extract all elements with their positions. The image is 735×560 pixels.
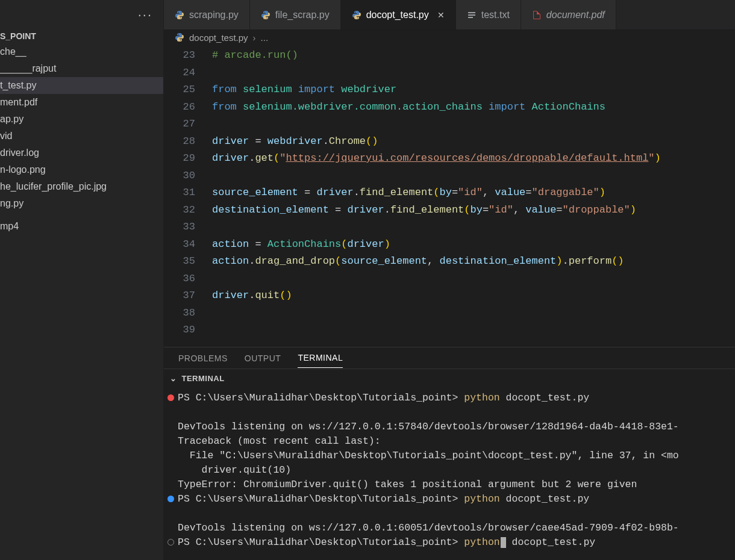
code-line[interactable]: from selenium import webdriver (212, 81, 735, 99)
terminal-output[interactable]: PS C:\Users\Muralidhar\Desktop\Tutorials… (164, 387, 735, 560)
pdf-file-icon (532, 10, 542, 20)
code-line[interactable]: destination_element = driver.find_elemen… (212, 202, 735, 219)
code-line[interactable]: action.drag_and_drop(source_element, des… (212, 253, 735, 270)
code-line[interactable]: driver.get("https://jqueryui.com/resourc… (212, 150, 735, 167)
line-number: 29 (164, 150, 195, 167)
tab-label: test.txt (481, 10, 510, 20)
editor-tab[interactable]: document.pdf (521, 0, 616, 30)
status-dot-icon (167, 539, 174, 546)
sidebar-top: ··· (0, 0, 163, 30)
app-root: ··· S_POINT che________rajputt_test.pyme… (0, 0, 735, 560)
panel-tab-problems[interactable]: PROBLEMS (178, 349, 228, 368)
explorer-project-header[interactable]: S_POINT (0, 30, 163, 43)
file-list: che________rajputt_test.pyment.pdfap.pyv… (0, 43, 163, 235)
terminal-section-header[interactable]: ⌄ TERMINAL (164, 369, 735, 387)
line-number: 39 (164, 322, 195, 339)
line-number: 32 (164, 202, 195, 219)
line-number: 23 (164, 47, 195, 64)
python-file-icon (175, 33, 184, 42)
terminal-line: DevTools listening on ws://127.0.0.1:600… (167, 521, 735, 535)
sidebar-item[interactable]: he_lucifer_profile_pic.jpg (0, 178, 163, 195)
line-number: 24 (164, 64, 195, 82)
py-file-icon (261, 10, 271, 20)
txt-file-icon (467, 10, 477, 20)
line-number: 30 (164, 167, 195, 185)
sidebar-item[interactable]: ng.py (0, 195, 163, 212)
terminal-line: PS C:\Users\Muralidhar\Desktop\Tutorials… (167, 492, 735, 506)
editor-tab[interactable]: file_scrap.py (250, 0, 341, 30)
tab-label: docopt_test.py (366, 10, 429, 20)
code-line[interactable] (212, 116, 735, 133)
close-icon[interactable]: ✕ (437, 10, 445, 20)
terminal-line: TypeError: ChromiumDriver.quit() takes 1… (167, 478, 735, 492)
code-line[interactable] (212, 64, 735, 82)
line-number: 36 (164, 270, 195, 288)
editor-tab[interactable]: test.txt (456, 0, 521, 30)
line-number: 28 (164, 133, 195, 151)
line-number: 33 (164, 219, 195, 236)
code-content[interactable]: # arcade.run()from selenium import webdr… (212, 45, 735, 347)
main-area: scraping.pyfile_scrap.pydocopt_test.py✕t… (164, 0, 735, 560)
line-number: 34 (164, 236, 195, 254)
line-number: 25 (164, 81, 195, 99)
code-line[interactable]: action = ActionChains(driver) (212, 236, 735, 254)
code-line[interactable] (212, 305, 735, 322)
tab-label: file_scrap.py (275, 10, 330, 20)
code-line[interactable] (212, 219, 735, 236)
line-number: 31 (164, 184, 195, 202)
sidebar-item[interactable]: ap.py (0, 111, 163, 128)
sidebar-item[interactable] (0, 212, 163, 218)
explorer-sidebar: ··· S_POINT che________rajputt_test.pyme… (0, 0, 164, 560)
breadcrumb-file[interactable]: docopt_test.py (189, 33, 248, 43)
line-number: 35 (164, 253, 195, 270)
code-editor[interactable]: 2324252627282930313233343536373839 # arc… (164, 45, 735, 347)
line-number: 38 (164, 305, 195, 322)
terminal-line (167, 506, 735, 521)
sidebar-item[interactable]: ______rajput (0, 60, 163, 77)
line-number-gutter: 2324252627282930313233343536373839 (164, 45, 212, 347)
code-line[interactable] (212, 270, 735, 288)
editor-tab[interactable]: scraping.py (164, 0, 250, 30)
status-dot-icon (167, 394, 174, 401)
breadcrumb-more[interactable]: ... (261, 33, 269, 43)
sidebar-item[interactable]: t_test.py (0, 77, 163, 94)
code-line[interactable]: source_element = driver.find_element(by=… (212, 184, 735, 202)
status-dot-icon (167, 496, 174, 502)
bottom-panel: PROBLEMSOUTPUTTERMINAL ⌄ TERMINAL PS C:\… (164, 347, 735, 560)
line-number: 26 (164, 99, 195, 116)
tab-label: scraping.py (189, 10, 239, 20)
sidebar-item[interactable]: che__ (0, 43, 163, 60)
terminal-line: PS C:\Users\Muralidhar\Desktop\Tutorials… (167, 535, 735, 550)
sidebar-item[interactable]: vid (0, 128, 163, 145)
line-number: 27 (164, 116, 195, 133)
sidebar-item[interactable]: driver.log (0, 145, 163, 161)
terminal-line: driver.quit(10) (167, 463, 735, 478)
panel-tab-output[interactable]: OUTPUT (245, 349, 281, 368)
panel-tab-terminal[interactable]: TERMINAL (298, 348, 343, 368)
terminal-line (167, 405, 735, 420)
terminal-cursor (501, 537, 506, 548)
terminal-line: Traceback (most recent call last): (167, 434, 735, 449)
panel-tabbar: PROBLEMSOUTPUTTERMINAL (164, 347, 735, 369)
more-actions-icon[interactable]: ··· (138, 7, 152, 23)
code-line[interactable]: driver = webdriver.Chrome() (212, 133, 735, 151)
py-file-icon (352, 10, 361, 20)
code-line[interactable]: driver.quit() (212, 287, 735, 305)
terminal-line: PS C:\Users\Muralidhar\Desktop\Tutorials… (167, 391, 735, 405)
sidebar-item[interactable]: mp4 (0, 218, 163, 235)
breadcrumb-separator-icon: › (253, 33, 256, 43)
chevron-down-icon: ⌄ (170, 374, 177, 383)
code-line[interactable]: # arcade.run() (212, 47, 735, 64)
editor-tabbar: scraping.pyfile_scrap.pydocopt_test.py✕t… (164, 0, 735, 30)
code-line[interactable]: from selenium.webdriver.common.action_ch… (212, 99, 735, 116)
editor-tab[interactable]: docopt_test.py✕ (341, 0, 456, 30)
breadcrumb[interactable]: docopt_test.py › ... (164, 30, 735, 45)
terminal-line: DevTools listening on ws://127.0.0.1:578… (167, 420, 735, 434)
sidebar-item[interactable]: ment.pdf (0, 94, 163, 111)
code-line[interactable] (212, 322, 735, 339)
code-line[interactable] (212, 167, 735, 185)
tab-label: document.pdf (546, 10, 605, 20)
terminal-line: File "C:\Users\Muralidhar\Desktop\Tutori… (167, 449, 735, 463)
sidebar-item[interactable]: n-logo.png (0, 161, 163, 178)
py-file-icon (175, 10, 184, 20)
